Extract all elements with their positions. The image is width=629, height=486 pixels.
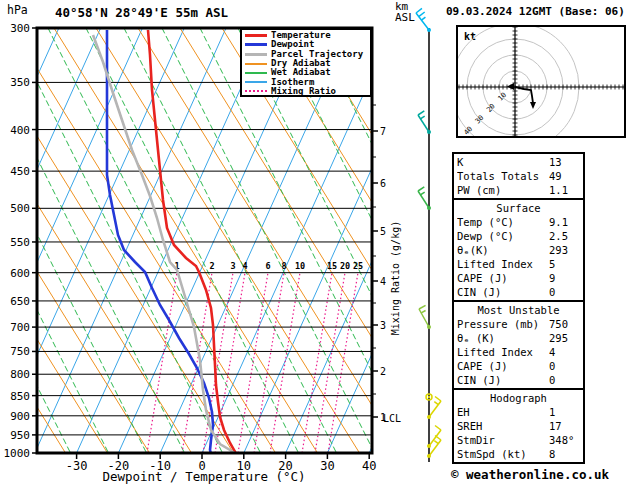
data-table: SurfaceTemp (°C)9.1Dewp (°C)2.5θₑ(K)293L…: [452, 198, 585, 302]
wet-adiabat-line: [48, 28, 261, 453]
row-label: Temp (°C): [457, 215, 549, 229]
row-label: Pressure (mb): [457, 317, 549, 331]
row-label: θₑ (K): [457, 331, 549, 345]
row-label: CAPE (J): [457, 271, 549, 285]
temp-tick-label: 30: [320, 459, 334, 473]
isotherm-line: [35, 28, 226, 453]
legend-line-sample: [245, 81, 267, 83]
mixing-ratio-label: 20: [340, 261, 350, 271]
isotherm-line: [411, 28, 450, 453]
table-title: Most Unstable: [454, 303, 583, 317]
km-tick-label: 3: [380, 320, 386, 331]
hodograph-unit-label: kt: [464, 31, 476, 42]
km-tick-label: 6: [380, 178, 386, 189]
parcel-trajectory-curve: [93, 35, 237, 455]
hodograph: kt 10203040: [456, 25, 626, 138]
pressure-tick-label: 950: [10, 429, 30, 442]
legend-item-label: Mixing Ratio: [271, 87, 336, 96]
table-row: Temp (°C)9.1: [454, 215, 583, 229]
data-table: HodographEH1SREH17StmDir348°StmSpd (kt)8: [452, 388, 585, 464]
km-tick-label: 4: [380, 276, 386, 287]
table-row: θₑ(K)293: [454, 243, 583, 257]
legend-item-label: Wet Adiabat: [271, 68, 331, 77]
row-value: 8: [549, 447, 580, 461]
row-label: EH: [457, 405, 549, 419]
pressure-tick-label: 550: [10, 236, 30, 249]
table-row: Lifted Index4: [454, 345, 583, 359]
skewt-background: [0, 28, 450, 453]
row-value: 49: [549, 169, 580, 183]
isotherm-line: [369, 28, 450, 453]
table-row: StmSpd (kt)8: [454, 447, 583, 461]
data-table: K13Totals Totals49PW (cm)1.1: [452, 152, 585, 200]
pressure-tick-label: 650: [10, 295, 30, 308]
table-title: Hodograph: [454, 391, 583, 405]
row-label: SREH: [457, 419, 549, 433]
legend-line-sample: [245, 53, 267, 56]
row-label: Dewp (°C): [457, 229, 549, 243]
legend-line-sample: [245, 90, 267, 92]
table-title: Surface: [454, 201, 583, 215]
table-row: Dewp (°C)2.5: [454, 229, 583, 243]
row-label: StmDir: [457, 433, 549, 447]
wet-adiabat-line: [10, 28, 223, 453]
row-value: 293: [549, 243, 580, 257]
table-row: CIN (J)0: [454, 285, 583, 299]
pressure-tick-label: 750: [10, 345, 30, 358]
row-label: StmSpd (kt): [457, 447, 549, 461]
row-value: 5: [549, 257, 580, 271]
hodograph-storm-arrow: [507, 83, 514, 90]
km-tick-label: 1: [380, 412, 386, 423]
temp-tick-label: 40: [362, 459, 376, 473]
wet-adiabat-line: [428, 28, 450, 453]
row-label: Lifted Index: [457, 345, 549, 359]
copyright: © weatheronline.co.uk: [451, 467, 609, 482]
data-table: Most UnstablePressure (mb)750θₑ (K)295Li…: [452, 300, 585, 390]
row-value: 0: [549, 359, 580, 373]
legend-box: TemperatureDewpointParcel TrajectoryDry …: [240, 28, 372, 97]
row-label: PW (cm): [457, 183, 549, 197]
mixing-ratio-label: 2: [209, 261, 214, 271]
row-value: 13: [549, 155, 580, 169]
row-value: 0: [549, 285, 580, 299]
mixing-ratio-label: 25: [353, 261, 363, 271]
row-value: 1.1: [549, 183, 580, 197]
row-label: θₑ(K): [457, 243, 549, 257]
pressure-tick-label: 1000: [4, 447, 31, 460]
row-label: CIN (J): [457, 285, 549, 299]
row-value: 1: [549, 405, 580, 419]
wind-barb: [416, 8, 431, 32]
temp-tick-label: 20: [278, 459, 292, 473]
table-row: SREH17: [454, 419, 583, 433]
row-value: 295: [549, 331, 580, 345]
pressure-tick-label: 300: [10, 22, 30, 35]
table-row: PW (cm)1.1: [454, 183, 583, 197]
legend-line-sample: [245, 43, 267, 46]
temp-tick-label: 10: [237, 459, 251, 473]
temp-tick-label: -10: [149, 459, 171, 473]
pressure-tick-label: 900: [10, 410, 30, 423]
row-value: 9: [549, 271, 580, 285]
row-value: 0: [549, 373, 580, 387]
legend-line-sample: [245, 72, 267, 74]
table-row: EH1: [454, 405, 583, 419]
table-row: CAPE (J)9: [454, 271, 583, 285]
row-value: 9.1: [549, 215, 580, 229]
row-value: 750: [549, 317, 580, 331]
row-label: CIN (J): [457, 373, 549, 387]
pressure-tick-label: 400: [10, 124, 30, 137]
table-row: Lifted Index5: [454, 257, 583, 271]
mixing-ratio-label: 6: [265, 261, 270, 271]
row-label: K: [457, 155, 549, 169]
pressure-tick-label: 350: [10, 76, 30, 89]
pressure-tick-label: 700: [10, 321, 30, 334]
pressure-tick-label: 800: [10, 368, 30, 381]
row-value: 4: [549, 345, 580, 359]
mixing-ratio-label: 15: [327, 261, 337, 271]
table-row: Totals Totals49: [454, 169, 583, 183]
table-row: CIN (J)0: [454, 373, 583, 387]
mixing-ratio-label: 10: [295, 261, 305, 271]
mixing-ratio-axis-label: Mixing Ratio (g/kg): [390, 221, 401, 335]
table-row: StmDir348°: [454, 433, 583, 447]
table-row: θₑ (K)295: [454, 331, 583, 345]
